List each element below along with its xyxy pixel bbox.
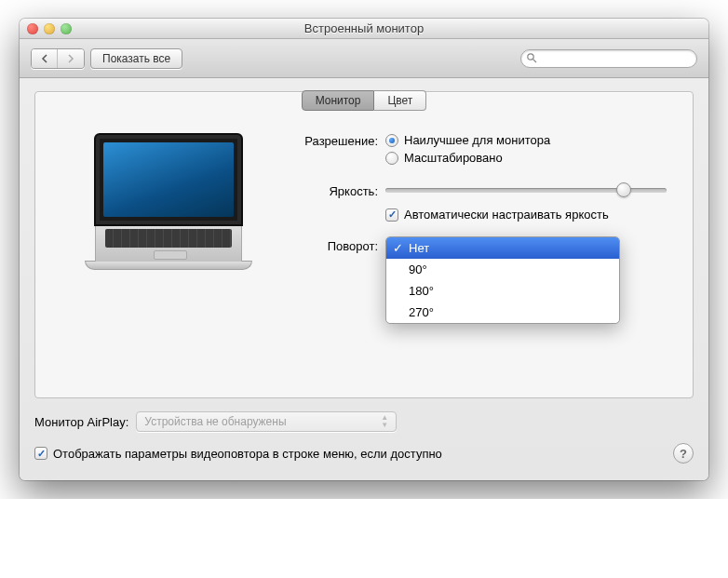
minimize-window-button[interactable] (44, 23, 55, 34)
svg-point-0 (528, 53, 533, 59)
forward-button[interactable] (58, 49, 84, 68)
zoom-window-button[interactable] (61, 23, 72, 34)
rotation-option-180[interactable]: 180° (386, 280, 619, 302)
help-icon: ? (680, 447, 687, 461)
window-title: Встроенный монитор (20, 21, 708, 35)
brightness-label: Яркость: (283, 181, 385, 198)
radio-off-icon (385, 152, 398, 165)
inner-panel: Монитор Цвет Разрешение: (34, 91, 694, 398)
slider-thumb-icon[interactable] (616, 182, 631, 197)
laptop-icon (85, 133, 252, 270)
tab-color[interactable]: Цвет (374, 90, 426, 111)
resolution-best-label: Наилучшее для монитора (404, 133, 550, 147)
search-input[interactable] (520, 49, 697, 68)
search-field-wrap (520, 49, 697, 68)
auto-brightness-checkbox[interactable]: Автоматически настраивать яркость (385, 208, 667, 222)
device-preview (61, 133, 276, 270)
tab-bar: Монитор Цвет (35, 90, 693, 111)
resolution-best-radio[interactable]: Наилучшее для монитора (385, 133, 667, 147)
rotation-option-270[interactable]: 270° (386, 302, 619, 323)
brightness-row: Яркость: Автоматически настраивать яркос… (283, 181, 667, 222)
auto-brightness-label: Автоматически настраивать яркость (404, 208, 609, 222)
svg-line-1 (533, 59, 536, 61)
show-all-button[interactable]: Показать все (90, 48, 182, 69)
radio-on-icon (385, 134, 398, 147)
rotation-option-none[interactable]: Нет (386, 237, 619, 259)
rotation-option-90[interactable]: 90° (386, 259, 619, 280)
settings-body: Разрешение: Наилучшее для монитора Масшт… (35, 111, 693, 289)
tab-monitor[interactable]: Монитор (302, 90, 375, 111)
resolution-scaled-label: Масштабировано (404, 151, 503, 165)
rotation-row: Поворот: Нет 90° 180° 270° (283, 238, 667, 253)
brightness-slider[interactable] (385, 181, 667, 198)
airplay-label: Монитор AirPlay: (34, 415, 128, 429)
rotation-label: Поворот: (283, 238, 385, 253)
preferences-window: Встроенный монитор Показать все Монитор … (20, 19, 708, 480)
footer: Монитор AirPlay: Устройства не обнаружен… (34, 411, 694, 464)
window-controls (27, 23, 72, 34)
search-icon (526, 52, 537, 66)
resolution-row: Разрешение: Наилучшее для монитора Масшт… (283, 133, 667, 168)
settings-column: Разрешение: Наилучшее для монитора Масшт… (283, 133, 667, 270)
rotation-popup: Нет 90° 180° 270° (385, 236, 620, 324)
checkbox-on-icon (385, 208, 398, 222)
back-button[interactable] (32, 49, 58, 68)
select-arrows-icon: ▲▼ (377, 414, 392, 429)
help-button[interactable]: ? (673, 443, 694, 464)
resolution-label: Разрешение: (283, 133, 385, 148)
mirroring-row: Отображать параметры видеоповтора в стро… (34, 443, 694, 464)
mirroring-label: Отображать параметры видеоповтора в стро… (53, 447, 442, 461)
airplay-select: Устройства не обнаружены ▲▼ (136, 411, 397, 432)
content-area: Монитор Цвет Разрешение: (20, 78, 708, 480)
titlebar: Встроенный монитор (20, 19, 708, 39)
nav-segment (31, 48, 85, 69)
mirroring-checkbox[interactable]: Отображать параметры видеоповтора в стро… (34, 447, 442, 461)
close-window-button[interactable] (27, 23, 38, 34)
toolbar: Показать все (20, 39, 708, 78)
checkbox-on-icon (34, 447, 47, 460)
airplay-value: Устройства не обнаружены (144, 415, 286, 428)
resolution-scaled-radio[interactable]: Масштабировано (385, 151, 667, 165)
airplay-row: Монитор AirPlay: Устройства не обнаружен… (34, 411, 694, 432)
